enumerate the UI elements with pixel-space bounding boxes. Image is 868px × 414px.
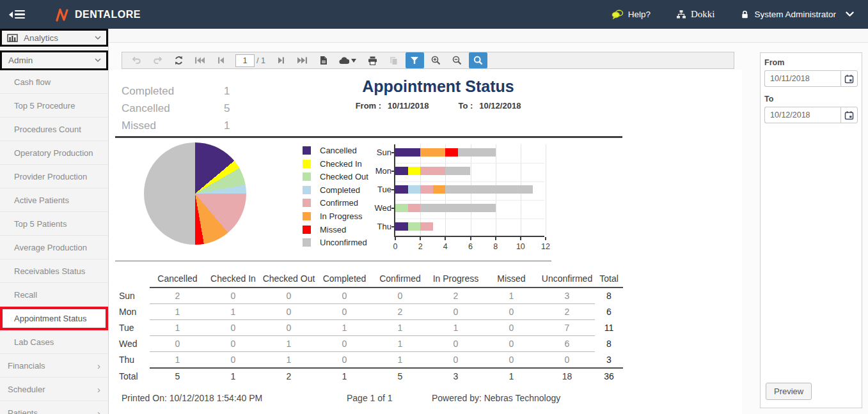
- table-cell: 1: [261, 336, 317, 352]
- bar-segment: [445, 185, 533, 194]
- table-cell: 2: [261, 368, 317, 384]
- table-row: Mon110020026: [114, 304, 623, 320]
- preview-button[interactable]: Preview: [766, 383, 812, 400]
- zoom-in-button[interactable]: [425, 52, 446, 68]
- sidebar-item-appointment-status[interactable]: Appointment Status: [0, 307, 108, 330]
- first-page-button[interactable]: [189, 52, 210, 68]
- sidebar-item-operatory-production[interactable]: Operatory Production: [0, 141, 108, 165]
- sidebar-item-provider-production[interactable]: Provider Production: [0, 165, 108, 188]
- legend-item: Unconfirmed: [303, 238, 368, 247]
- brand[interactable]: DENTALORE: [54, 6, 141, 23]
- appointment-table: CancelledChecked InChecked OutCompletedC…: [114, 270, 623, 384]
- bar-segment: [420, 185, 433, 194]
- x-tick: [445, 237, 446, 240]
- legend-swatch: [303, 146, 311, 155]
- column-header: Checked Out: [261, 270, 317, 288]
- column-header: Completed: [317, 270, 372, 288]
- sidebar-item-top-5-patients[interactable]: Top 5 Patients: [0, 212, 108, 236]
- calendar-icon: [844, 111, 854, 120]
- to-date-input[interactable]: [764, 107, 840, 123]
- sidebar-group-label: Scheduler: [8, 385, 45, 394]
- export-document-button[interactable]: [313, 52, 334, 68]
- bar-segment: [458, 148, 496, 157]
- dokki-sitemap-icon: [676, 10, 686, 19]
- bar-segment: [408, 185, 421, 194]
- table-cell: 0: [205, 320, 261, 336]
- help-menu[interactable]: Help?: [612, 10, 651, 20]
- sidebar-group-financials[interactable]: Financials›: [0, 354, 108, 378]
- sidebar-item-procedures-count[interactable]: Procedures Count: [0, 118, 108, 141]
- table-cell: 0: [205, 288, 261, 304]
- legend-label: Checked Out: [320, 172, 368, 181]
- table-cell: 0: [539, 352, 595, 369]
- table-cell: 0: [372, 288, 428, 304]
- redo-button[interactable]: [147, 52, 168, 68]
- save-export-dropdown-button[interactable]: [334, 52, 362, 68]
- table-cell: 1: [317, 368, 372, 384]
- to-label: To :: [458, 101, 473, 111]
- legend-item: Checked In: [303, 159, 368, 169]
- legend-swatch: [303, 199, 311, 207]
- admin-label: Admin: [7, 56, 33, 65]
- filter-button[interactable]: [406, 52, 424, 68]
- summary-label: Cancelled: [122, 100, 224, 117]
- filter-panel: From To Preview: [760, 52, 862, 408]
- from-date-input[interactable]: [764, 70, 840, 87]
- bar-row: [395, 204, 496, 212]
- y-tick: [391, 226, 395, 227]
- sidebar-item-lab-cases[interactable]: Lab Cases: [0, 330, 108, 354]
- print-button[interactable]: [362, 52, 383, 68]
- column-header: Confirmed: [372, 270, 428, 288]
- search-button[interactable]: [469, 52, 487, 68]
- bar-row: [395, 148, 496, 157]
- to-calendar-button[interactable]: [840, 107, 858, 123]
- previous-page-button[interactable]: [210, 52, 232, 68]
- x-tick: [545, 237, 546, 240]
- sidebar-item-recall[interactable]: Recall: [0, 283, 108, 307]
- dokki-menu[interactable]: Dokki: [676, 9, 715, 20]
- sidebar-item-cash-flow[interactable]: Cash flow: [0, 70, 108, 94]
- table-cell: 6: [539, 336, 595, 352]
- report-toolbar: / 1: [122, 52, 734, 69]
- bar-category-label: Mon: [370, 167, 391, 175]
- refresh-button[interactable]: [168, 52, 189, 68]
- user-menu[interactable]: System Administrator: [740, 10, 854, 19]
- undo-button[interactable]: [126, 52, 147, 68]
- summary-value: 1: [224, 117, 230, 134]
- table-cell: 8: [595, 288, 623, 304]
- main-top-strip: [109, 29, 868, 43]
- powered-by-label: Powered by: Nebras Technology: [432, 393, 560, 403]
- bar-segment: [420, 167, 445, 175]
- legend-label: Cancelled: [320, 146, 357, 155]
- legend-swatch: [303, 160, 311, 168]
- chevron-right-icon: ›: [97, 408, 100, 414]
- sidebar-item-top-5-procedure[interactable]: Top 5 Procedure: [0, 94, 108, 118]
- table-cell: 0: [428, 352, 484, 369]
- bar-segment: [433, 185, 446, 194]
- sidebar-group-patients[interactable]: Patients›: [0, 401, 108, 414]
- table-cell: 0: [261, 320, 317, 336]
- table-cell: 8: [595, 336, 623, 352]
- page-of-label: Page 1 of 1: [347, 393, 393, 403]
- report-title: Appointment Status: [320, 77, 556, 96]
- sidebar-collapse-button[interactable]: [9, 10, 25, 19]
- legend-label: Missed: [320, 225, 346, 234]
- next-page-button[interactable]: [271, 52, 292, 68]
- lock-icon: [740, 10, 750, 19]
- page-number-input[interactable]: [235, 54, 255, 67]
- sidebar-item-active-patients[interactable]: Active Patients: [0, 188, 108, 212]
- sidebar-item-receivables-status[interactable]: Receivables Status: [0, 259, 108, 283]
- legend-item: Checked Out: [303, 172, 368, 181]
- table-cell: 3: [539, 288, 595, 304]
- sidebar-group-scheduler[interactable]: Scheduler›: [0, 378, 108, 401]
- table-cell: 36: [595, 368, 623, 384]
- legend-item: Confirmed: [303, 198, 368, 208]
- last-page-button[interactable]: [292, 52, 313, 68]
- from-calendar-button[interactable]: [840, 70, 858, 87]
- zoom-out-button[interactable]: [446, 52, 468, 68]
- table-cell: Tue: [114, 320, 150, 336]
- bar-row: [395, 167, 470, 175]
- sidebar-section-analytics[interactable]: Analytics: [0, 29, 108, 47]
- sidebar-section-admin[interactable]: Admin: [0, 50, 108, 70]
- sidebar-item-average-production[interactable]: Average Production: [0, 236, 108, 259]
